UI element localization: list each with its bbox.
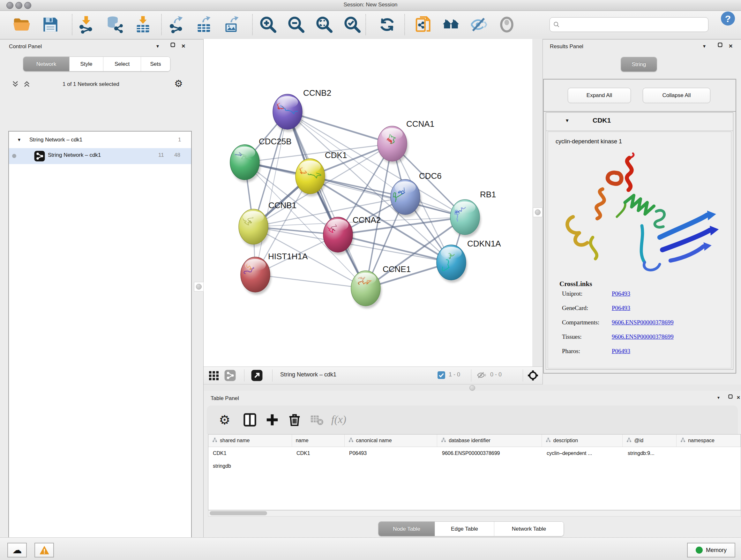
add-column-icon[interactable] <box>265 413 280 427</box>
node-CDC25B[interactable]: CDC25B <box>230 137 292 182</box>
crosslink-value-link[interactable]: P06493 <box>612 348 630 355</box>
tab-string[interactable]: String <box>621 57 657 71</box>
gene-collapse-icon[interactable]: ▾ <box>566 117 569 124</box>
table-panel-menu-icon[interactable]: ▾ <box>718 395 720 400</box>
table-cell[interactable]: stringdb <box>208 460 273 473</box>
table-panel-close-icon[interactable]: ✕ <box>737 395 740 400</box>
tab-network[interactable]: Network <box>23 57 69 71</box>
expand-all-icon[interactable] <box>23 80 30 89</box>
help-button[interactable]: ? <box>720 11 736 26</box>
column-header-shared-name[interactable]: shared name <box>208 435 292 447</box>
horizontal-splitter-handle[interactable] <box>469 385 475 391</box>
import-network-from-database-button[interactable] <box>105 15 124 34</box>
column-header-canonical-name[interactable]: canonical name <box>345 435 437 447</box>
export-table-button[interactable] <box>195 15 213 34</box>
collapse-all-icon[interactable] <box>11 80 19 89</box>
selected-checkbox-icon[interactable] <box>437 371 446 381</box>
scrollbar-thumb[interactable] <box>210 511 267 515</box>
search-input[interactable] <box>562 21 708 28</box>
edge-CCNB2-CCNE1[interactable] <box>287 112 366 288</box>
collection-expand-icon[interactable]: ▾ <box>18 137 20 143</box>
column-header-namespace[interactable]: namespace <box>677 435 741 447</box>
import-table-from-file-button[interactable] <box>134 15 152 34</box>
column-header-description[interactable]: description <box>542 435 623 447</box>
warnings-button[interactable] <box>35 543 54 557</box>
export-image-button[interactable] <box>223 15 241 34</box>
open-in-new-icon[interactable] <box>251 369 263 383</box>
crosslink-value-link[interactable]: 9606.ENSP00000378699 <box>612 319 674 326</box>
results-panel-float-icon[interactable] <box>718 43 723 49</box>
column-header--id[interactable]: @id <box>623 435 677 447</box>
network-options-gear-icon[interactable]: ⚙ <box>174 78 183 89</box>
crosslink-value-link[interactable]: P06493 <box>612 290 630 297</box>
tab-sets[interactable]: Sets <box>141 57 170 71</box>
memory-button[interactable]: Memory <box>687 543 735 557</box>
network-collection-row[interactable]: ▾ String Network – cdk1 1 <box>9 134 191 148</box>
zoom-selected-button[interactable] <box>343 15 361 34</box>
control-panel-close-icon[interactable]: ✕ <box>181 43 185 49</box>
node-CCNA2[interactable]: CCNA2 <box>323 215 381 255</box>
node-CCNE1[interactable]: CCNE1 <box>351 264 411 308</box>
network-row-selected[interactable]: String Network – cdk1 11 48 <box>9 148 191 164</box>
share-view-icon[interactable] <box>224 369 236 383</box>
tab-style[interactable]: Style <box>69 57 103 71</box>
delete-column-trash-icon[interactable] <box>287 413 302 427</box>
pan-crosshair-icon[interactable] <box>527 369 539 383</box>
table-row[interactable]: CDK1CDK1P064939606.ENSP00000378699cyclin… <box>208 447 741 473</box>
toolbar-divider <box>365 14 366 35</box>
node-RB1[interactable]: RB1 <box>450 190 496 237</box>
zoom-fit-button[interactable] <box>315 15 333 34</box>
zoom-in-button[interactable] <box>259 15 277 34</box>
left-splitter-handle[interactable] <box>194 282 204 292</box>
apply-layout-button[interactable] <box>378 15 396 34</box>
network-canvas[interactable]: CCNB2CCNA1CDC25BCDK1CDC6RB1CCNB1CCNA2CDK… <box>204 39 533 367</box>
open-session-button[interactable] <box>12 15 31 34</box>
birdseye-view-button[interactable] <box>497 15 516 34</box>
table-cell[interactable]: cyclin–dependent ... <box>542 447 623 460</box>
show-columns-icon[interactable] <box>243 413 257 427</box>
control-panel-float-icon[interactable] <box>171 43 175 49</box>
table-cell[interactable]: 9606.ENSP00000378699 <box>437 447 542 460</box>
results-panel-menu-icon[interactable]: ▾ <box>703 43 705 49</box>
control-panel-menu-icon[interactable]: ▾ <box>156 43 159 49</box>
network-results-divider[interactable] <box>532 39 543 367</box>
node-CDKN1A[interactable]: CDKN1A <box>436 239 501 283</box>
table-horizontal-scrollbar[interactable] <box>208 510 741 516</box>
grid-view-icon[interactable] <box>208 370 219 382</box>
results-panel-close-icon[interactable]: ✕ <box>729 43 733 49</box>
node-table[interactable]: shared namenamecanonical namedatabase id… <box>208 434 741 510</box>
tab-edge-table[interactable]: Edge Table <box>434 522 494 536</box>
tab-network-table[interactable]: Network Table <box>494 522 563 536</box>
table-panel-float-icon[interactable] <box>728 394 733 400</box>
tab-node-table[interactable]: Node Table <box>379 522 434 536</box>
show-hide-graphics-details-button[interactable] <box>469 15 488 34</box>
table-cell[interactable]: CDK1 <box>208 447 292 460</box>
search-box[interactable] <box>549 17 709 32</box>
save-session-button[interactable] <box>41 15 60 34</box>
table-cell[interactable]: CDK1 <box>292 447 345 460</box>
node-CCNB1[interactable]: CCNB1 <box>239 200 296 247</box>
edge-HIST1H1A-CCNE1[interactable] <box>255 274 366 288</box>
gene-section-header[interactable]: ▾ CDK1 <box>546 113 733 131</box>
edge-CCNB2-HIST1H1A[interactable] <box>255 112 287 274</box>
table-cell[interactable]: P06493 <box>345 447 437 460</box>
table-settings-gear-icon[interactable]: ⚙ <box>219 413 233 427</box>
first-neighbors-button[interactable] <box>442 15 460 34</box>
zoom-out-button[interactable] <box>287 15 306 34</box>
node-HIST1H1A[interactable]: HIST1H1A <box>241 252 308 295</box>
new-network-from-selection-button[interactable] <box>414 15 433 34</box>
export-network-button[interactable] <box>167 15 186 34</box>
column-header-database-identifier[interactable]: database identifier <box>437 435 542 447</box>
collapse-all-button[interactable]: Collapse All <box>643 88 711 103</box>
expand-all-button[interactable]: Expand All <box>568 88 631 103</box>
crosslink-value-link[interactable]: 9606.ENSP00000378699 <box>612 333 674 340</box>
table-cell[interactable]: stringdb:9... <box>623 447 677 460</box>
crosslink-value-link[interactable]: P06493 <box>612 305 630 312</box>
column-header-name[interactable]: name <box>292 435 345 447</box>
import-network-from-file-button[interactable] <box>77 15 95 34</box>
string-network-graph[interactable]: CCNB2CCNA1CDC25BCDK1CDC6RB1CCNB1CCNA2CDK… <box>204 39 532 367</box>
tab-select[interactable]: Select <box>103 57 141 71</box>
cloud-status-button[interactable]: ☁ <box>7 543 27 557</box>
right-splitter-handle[interactable] <box>533 207 542 217</box>
table-panel-divider[interactable] <box>204 384 741 391</box>
